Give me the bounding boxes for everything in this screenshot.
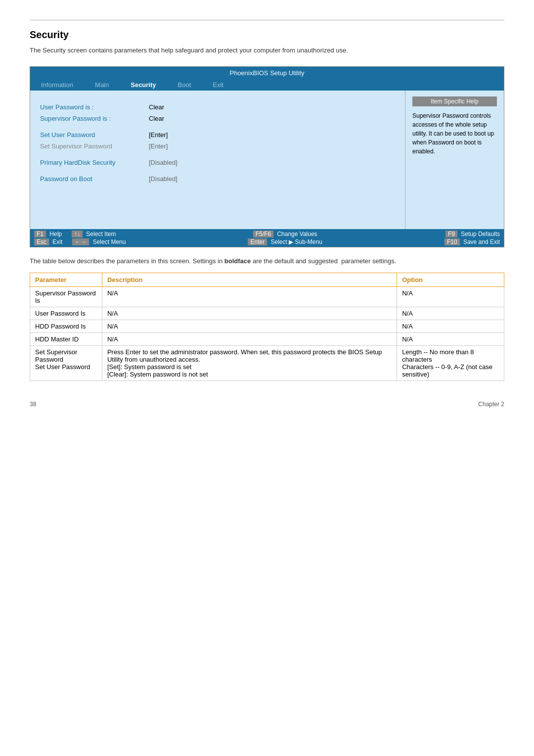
- bios-row-set-user-password[interactable]: Set User Password [Enter]: [40, 131, 395, 139]
- key-arrows: ↑↓: [72, 231, 83, 237]
- page-number: 38: [30, 401, 36, 408]
- statusbar-row-1: F1 Help ↑↓ Select Item: [34, 231, 126, 237]
- bios-title: PhoenixBIOS Setup Utility: [229, 69, 304, 77]
- statusbar-row-2: Esc Exit ←→ Select Menu: [34, 238, 126, 245]
- table-row: Set Supervisor PasswordSet User Password…: [30, 346, 504, 381]
- user-password-label: User Password is :: [40, 103, 149, 111]
- user-password-value: Clear: [149, 103, 164, 111]
- hdd-security-label: Primary HardDisk Security: [40, 159, 149, 166]
- param-user-password-is: User Password Is: [30, 307, 102, 320]
- page-title: Security: [30, 29, 504, 41]
- key-esc: Esc: [34, 238, 49, 245]
- opt-hdd-master-id: N/A: [397, 333, 504, 346]
- key-lr-arrows: ←→: [72, 238, 89, 245]
- statusbar-row-3: F5/F6 Change Values: [253, 231, 317, 237]
- set-supervisor-password-value: [Enter]: [149, 142, 168, 150]
- table-row: User Password Is N/A N/A: [30, 307, 504, 320]
- bios-nav: Information Main Security Boot Exit: [30, 79, 504, 91]
- bios-setup-box: PhoenixBIOS Setup Utility Information Ma…: [30, 66, 504, 247]
- param-set-passwords: Set Supervisor PasswordSet User Password: [30, 346, 102, 381]
- hdd-security-value: [Disabled]: [149, 159, 178, 166]
- bios-fields: User Password is : Clear Supervisor Pass…: [30, 91, 405, 229]
- opt-supervisor-password-is: N/A: [397, 287, 504, 307]
- col-header-option: Option: [397, 273, 504, 287]
- col-header-parameter: Parameter: [30, 273, 102, 287]
- bios-title-bar: PhoenixBIOS Setup Utility: [30, 67, 504, 79]
- password-boot-label: Password on Boot: [40, 175, 149, 183]
- bios-help-panel: Item Specific Help Supervisor Password c…: [405, 91, 504, 229]
- bios-row-hdd-security[interactable]: Primary HardDisk Security [Disabled]: [40, 159, 395, 166]
- help-text: Supervisor Password controls accesses of…: [412, 111, 497, 156]
- statusbar-row-5: F9 Setup Defaults: [445, 231, 500, 237]
- table-row: Supervisor Password Is N/A N/A: [30, 287, 504, 307]
- password-boot-value: [Disabled]: [149, 175, 178, 183]
- desc-set-passwords: Press Enter to set the administrator pas…: [102, 346, 397, 381]
- bios-nav-main[interactable]: Main: [84, 79, 120, 91]
- table-row: HDD Master ID N/A N/A: [30, 333, 504, 346]
- help-title: Item Specific Help: [412, 96, 497, 106]
- statusbar-row-4: Enter Select ▶ Sub-Menu: [248, 238, 322, 245]
- chapter-label: Chapter 2: [478, 401, 504, 408]
- bios-nav-security[interactable]: Security: [120, 79, 167, 91]
- param-supervisor-password-is: Supervisor Password Is: [30, 287, 102, 307]
- parameter-table: Parameter Description Option Supervisor …: [30, 273, 504, 381]
- set-user-password-label: Set User Password: [40, 131, 149, 139]
- opt-set-passwords: Length -- No more than 8 characters Char…: [397, 346, 504, 381]
- param-hdd-master-id: HDD Master ID: [30, 333, 102, 346]
- param-hdd-password-is: HDD Password Is: [30, 320, 102, 333]
- key-f1: F1: [34, 231, 46, 237]
- desc-hdd-password-is: N/A: [102, 320, 397, 333]
- desc-user-password-is: N/A: [102, 307, 397, 320]
- bios-statusbar: F1 Help ↑↓ Select Item Esc Exit ←→ Selec…: [30, 229, 504, 247]
- bios-nav-information[interactable]: Information: [30, 79, 84, 91]
- table-row: HDD Password Is N/A N/A: [30, 320, 504, 333]
- key-f5f6: F5/F6: [253, 231, 273, 237]
- bios-row-user-password: User Password is : Clear: [40, 103, 395, 111]
- page-description: The Security screen contains parameters …: [30, 46, 504, 55]
- bios-nav-exit[interactable]: Exit: [202, 79, 234, 91]
- bios-row-password-boot[interactable]: Password on Boot [Disabled]: [40, 175, 395, 183]
- statusbar-row-6: F10 Save and Exit: [445, 238, 500, 245]
- opt-user-password-is: N/A: [397, 307, 504, 320]
- supervisor-password-value: Clear: [149, 115, 164, 122]
- key-enter: Enter: [248, 238, 267, 245]
- bios-row-set-supervisor-password: Set Supervisor Password [Enter]: [40, 142, 395, 150]
- col-header-description: Description: [102, 273, 397, 287]
- key-f9: F9: [445, 231, 457, 237]
- set-supervisor-password-label: Set Supervisor Password: [40, 142, 149, 150]
- bios-nav-boot[interactable]: Boot: [167, 79, 202, 91]
- supervisor-password-label: Supervisor Password is :: [40, 115, 149, 122]
- bios-body: User Password is : Clear Supervisor Pass…: [30, 91, 504, 229]
- desc-hdd-master-id: N/A: [102, 333, 397, 346]
- opt-hdd-password-is: N/A: [397, 320, 504, 333]
- set-user-password-value: [Enter]: [149, 131, 168, 139]
- top-divider: [30, 20, 504, 20]
- table-description: The table below describes the parameters…: [30, 256, 504, 266]
- key-f10: F10: [445, 238, 460, 245]
- desc-supervisor-password-is: N/A: [102, 287, 397, 307]
- page-footer: 38 Chapter 2: [30, 401, 504, 408]
- bios-row-supervisor-password: Supervisor Password is : Clear: [40, 115, 395, 122]
